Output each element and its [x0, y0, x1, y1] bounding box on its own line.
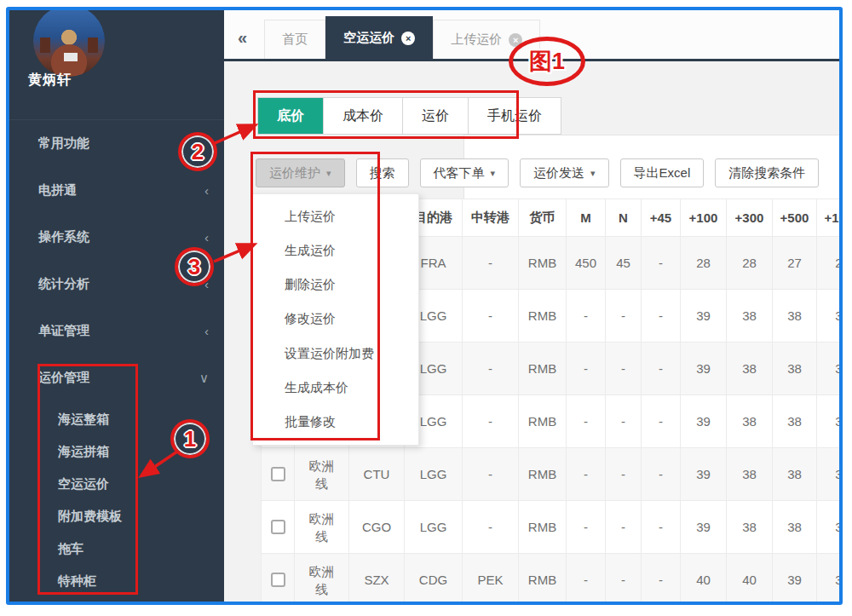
table-cell: - [567, 395, 606, 448]
table-cell: 38 [817, 501, 843, 554]
avatar[interactable] [33, 7, 105, 77]
rate-send-button[interactable]: 运价发送▾ [520, 158, 609, 187]
collapse-tabs-icon[interactable]: « [238, 29, 247, 46]
row-checkbox[interactable] [271, 573, 285, 587]
table-cell: 27 [817, 237, 843, 290]
sidebar-item-rate-management[interactable]: 运价管理∨ [9, 354, 224, 401]
checkbox-cell [262, 448, 295, 501]
tab-label: 上传运价 [451, 32, 502, 48]
table-cell: 38 [773, 501, 817, 554]
table-cell: - [567, 554, 606, 606]
column-header: 货币 [519, 199, 567, 237]
table-cell: - [606, 395, 642, 448]
table-cell: 38 [727, 290, 773, 343]
close-icon[interactable]: × [401, 32, 415, 45]
sidebar-subitem-surcharge-template[interactable]: 附加费模板 [9, 500, 224, 533]
price-type-tabs: 底价成本价运价手机运价 [257, 97, 561, 135]
price-tab-base-price[interactable]: 底价 [258, 98, 323, 134]
tab-bar: « 首页空运运价×上传运价× [224, 10, 839, 59]
sidebar-item-label: 常用功能 [38, 135, 89, 152]
route-line-label: 欧洲线 [307, 457, 337, 492]
price-tab-mobile-rate[interactable]: 手机运价 [468, 98, 561, 134]
row-checkbox[interactable] [271, 467, 285, 481]
menu-item-delete-rate[interactable]: 删除运价 [253, 268, 418, 302]
table-cell: - [642, 448, 681, 501]
table-cell: 28 [681, 237, 727, 290]
sidebar-item-label: 操作系统 [38, 229, 89, 245]
tab-air-rate[interactable]: 空运运价× [325, 16, 433, 59]
sidebar-item-common-functions[interactable]: 常用功能 [9, 120, 224, 167]
button-label: 导出Excel [634, 165, 691, 181]
table-cell: 38 [817, 290, 843, 343]
column-header: +1000 [817, 199, 843, 237]
sidebar-subitem-sea-fcl[interactable]: 海运整箱 [9, 403, 224, 435]
sidebar-subitem-sea-lcl[interactable]: 海运拼箱 [9, 435, 224, 468]
table-cell: - [642, 290, 681, 343]
search-button[interactable]: 搜索 [356, 158, 409, 187]
close-icon[interactable]: × [509, 33, 522, 47]
order-for-customer-button[interactable]: 代客下单▾ [420, 158, 509, 187]
table-cell: 39 [817, 554, 843, 606]
table-cell: PEK [463, 554, 519, 606]
table-cell: - [463, 395, 519, 448]
table-cell: CDG [405, 554, 463, 606]
table-row: 欧洲线SZXCDGPEKRMB---40403939 [262, 554, 843, 606]
table-cell: 45 [606, 237, 642, 290]
sidebar-item-statistics-analysis[interactable]: 统计分析‹ [9, 261, 224, 308]
table-cell: 欧洲线 [295, 448, 349, 501]
menu-item-modify-rate[interactable]: 修改运价 [253, 302, 418, 337]
menu-item-generate-rate[interactable]: 生成运价 [253, 233, 418, 268]
table-cell: 39 [681, 290, 727, 343]
table-cell: 38 [727, 343, 773, 395]
table-cell: RMB [519, 343, 567, 395]
tab-home[interactable]: 首页 [264, 20, 325, 59]
checkbox-cell [262, 554, 295, 606]
export-excel-button[interactable]: 导出Excel [620, 158, 705, 187]
table-cell: 450 [567, 237, 606, 290]
button-label: 运价维护 [269, 165, 320, 181]
table-cell: - [463, 237, 519, 290]
price-tab-cost-price[interactable]: 成本价 [323, 98, 402, 134]
tab-upload-rate[interactable]: 上传运价× [433, 20, 540, 59]
clear-search-button[interactable]: 清除搜索条件 [715, 158, 819, 187]
table-cell: - [606, 343, 642, 395]
sidebar-item-label: 统计分析 [38, 276, 89, 292]
sidebar-subitem-special-container[interactable]: 特种柜 [9, 565, 224, 597]
sidebar-item-label: 电拼通 [38, 182, 77, 199]
table-cell: 39 [773, 554, 817, 606]
table-cell: LGG [405, 448, 463, 501]
row-checkbox[interactable] [271, 520, 285, 534]
sidebar-subitem-air-rate[interactable]: 空运运价 [9, 468, 224, 500]
button-label: 搜索 [370, 165, 395, 181]
sidebar-submenu: 海运整箱海运拼箱空运运价附加费模板拖车特种柜 [9, 403, 224, 597]
table-cell: RMB [519, 554, 567, 606]
sidebar-item-e-pin-tong[interactable]: 电拼通‹ [9, 167, 224, 214]
menu-item-upload-rate[interactable]: 上传运价 [253, 199, 418, 233]
chevron-left-icon: ‹ [204, 277, 209, 291]
sidebar-item-operation-system[interactable]: 操作系统‹ [9, 214, 224, 261]
table-cell: 28 [727, 237, 773, 290]
table-cell: RMB [519, 501, 567, 554]
menu-item-batch-modify[interactable]: 批量修改 [253, 406, 418, 440]
table-cell: 38 [817, 448, 843, 501]
price-tab-rate[interactable]: 运价 [402, 98, 468, 134]
menu-item-generate-cost-price[interactable]: 生成成本价 [253, 371, 418, 405]
sidebar: 黄炳轩 常用功能电拼通‹操作系统‹统计分析‹单证管理‹运价管理∨ 海运整箱海运拼… [9, 10, 224, 602]
menu-item-set-rate-surcharge[interactable]: 设置运价附加费 [253, 337, 418, 371]
table-cell: - [606, 290, 642, 343]
sidebar-subitem-trailer[interactable]: 拖车 [9, 533, 224, 565]
table-cell: SZX [349, 554, 405, 606]
table-cell: - [463, 501, 519, 554]
table-cell: - [642, 554, 681, 606]
table-cell: 38 [817, 343, 843, 395]
table-cell: 38 [727, 395, 773, 448]
chevron-left-icon: ‹ [204, 230, 209, 245]
column-header: +100 [681, 199, 727, 237]
button-label: 运价发送 [533, 165, 584, 181]
sidebar-item-document-management[interactable]: 单证管理‹ [9, 308, 224, 354]
rate-maintenance-button[interactable]: 运价维护▾ [256, 158, 345, 187]
table-row: 欧洲线CGOLGG-RMB---39383838 [262, 501, 843, 554]
column-header: +45 [642, 199, 681, 237]
chevron-down-icon: ∨ [199, 371, 209, 386]
app-window-frame: 黄炳轩 常用功能电拼通‹操作系统‹统计分析‹单证管理‹运价管理∨ 海运整箱海运拼… [6, 7, 843, 605]
